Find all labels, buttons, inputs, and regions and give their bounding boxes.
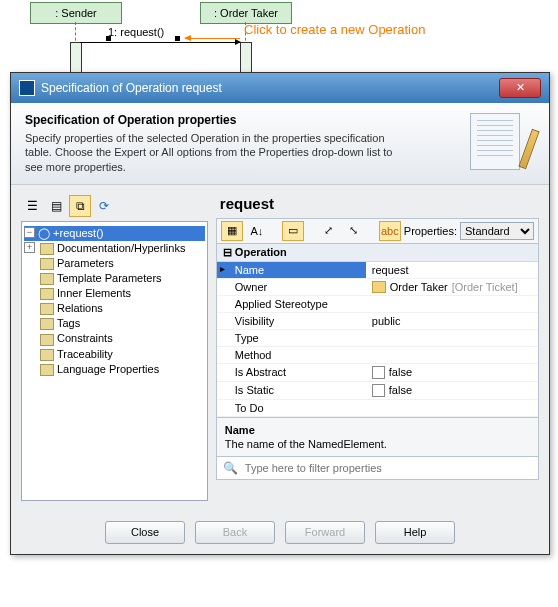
callout-arrow xyxy=(185,38,240,39)
activation-bar[interactable] xyxy=(70,42,82,74)
lifeline-sender[interactable]: : Sender xyxy=(30,2,122,24)
message-arrow[interactable] xyxy=(80,42,240,43)
diagram-canvas: : Sender : Order Taker 1: request() Clic… xyxy=(0,0,558,75)
callout-text: Click to create a new Operation xyxy=(244,22,425,37)
message-label[interactable]: 1: request() xyxy=(108,26,164,38)
activation-bar[interactable] xyxy=(240,42,252,74)
titlebar[interactable]: Specification of Operation request ✕ xyxy=(11,73,549,75)
specification-dialog: Specification of Operation request ✕ Spe… xyxy=(10,72,550,75)
selection-handle[interactable] xyxy=(175,36,180,41)
lifeline-order-taker[interactable]: : Order Taker xyxy=(200,2,292,24)
